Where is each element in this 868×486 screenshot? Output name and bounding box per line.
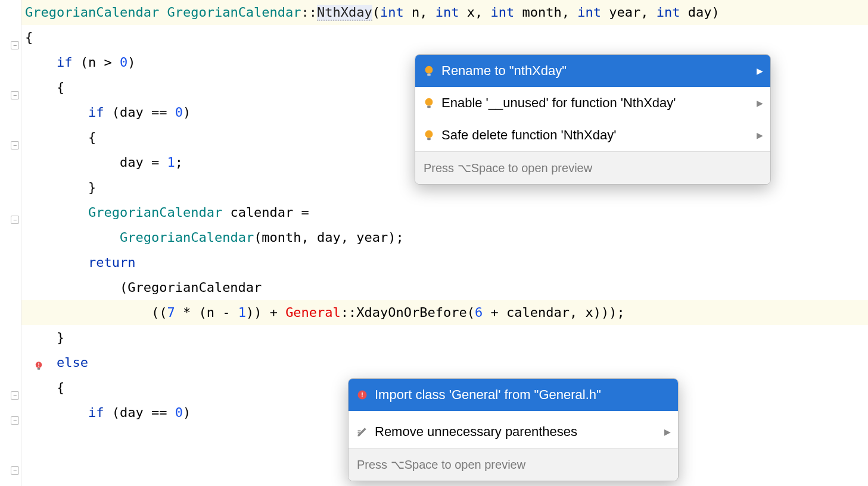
chevron-right-icon: ▶	[749, 58, 763, 83]
popup-footer: Press ⌥Space to open preview	[415, 151, 770, 184]
fold-icon[interactable]: −	[11, 41, 19, 49]
lightbulb-icon	[422, 96, 435, 110]
chevron-right-icon: ▶	[657, 419, 671, 444]
lightbulb-icon	[422, 129, 435, 142]
svg-rect-8	[427, 106, 431, 108]
code-line: GregorianCalendar calendar =	[21, 200, 868, 225]
svg-point-9	[425, 130, 433, 138]
fold-icon[interactable]: −	[11, 391, 19, 400]
svg-point-7	[425, 98, 433, 106]
code-line: (GregorianCalendar	[21, 275, 868, 300]
fold-icon[interactable]: −	[11, 141, 19, 149]
intention-label: Safe delete function 'NthXday'	[441, 123, 616, 148]
code-line: GregorianCalendar(month, day, year);	[21, 225, 868, 250]
chevron-right-icon: ▶	[749, 91, 763, 116]
code-editor[interactable]: − − − − − − − ! GregorianCalendar Gregor…	[0, 0, 868, 486]
lightbulb-icon	[422, 64, 435, 77]
code-area[interactable]: GregorianCalendar GregorianCalendar::Nth…	[21, 0, 868, 486]
gutter: − − − − − − − !	[0, 0, 21, 486]
code-line: }	[21, 325, 868, 350]
intention-label: Rename to "nthXday"	[441, 58, 567, 83]
intention-label: Import class 'General' from "General.h"	[375, 382, 601, 407]
intention-enable-unused[interactable]: Enable '__unused' for function 'NthXday'…	[415, 87, 770, 119]
fold-icon[interactable]: −	[11, 416, 19, 425]
intention-label: Remove unnecessary parentheses	[375, 419, 577, 444]
intention-popup: ! Import class 'General' from "General.h…	[348, 378, 679, 481]
error-icon: !	[356, 388, 369, 401]
code-line: GregorianCalendar GregorianCalendar::Nth…	[21, 0, 868, 25]
svg-point-5	[425, 66, 433, 74]
fold-icon[interactable]: −	[11, 91, 19, 99]
intention-rename[interactable]: Rename to "nthXday" ▶	[415, 55, 770, 87]
code-line: else	[21, 350, 868, 375]
code-line: return	[21, 250, 868, 275]
intention-remove-parens[interactable]: Remove unnecessary parentheses ▶	[349, 416, 678, 448]
intention-import-class[interactable]: ! Import class 'General' from "General.h…	[349, 379, 678, 411]
edit-icon	[356, 425, 369, 438]
fold-icon[interactable]: −	[11, 466, 19, 475]
chevron-right-icon: ▶	[749, 123, 763, 148]
intention-popup: Rename to "nthXday" ▶ Enable '__unused' …	[415, 54, 771, 185]
intention-safe-delete[interactable]: Safe delete function 'NthXday' ▶	[415, 119, 770, 151]
svg-rect-6	[427, 74, 431, 76]
svg-text:!: !	[361, 391, 363, 398]
svg-rect-10	[427, 138, 431, 141]
code-line: ((7 * (n - 1)) + General::XdayOnOrBefore…	[21, 300, 868, 325]
popup-footer: Press ⌥Space to open preview	[349, 448, 678, 481]
code-line: {	[21, 25, 868, 50]
fold-icon[interactable]: −	[11, 216, 19, 224]
intention-label: Enable '__unused' for function 'NthXday'	[441, 91, 676, 116]
